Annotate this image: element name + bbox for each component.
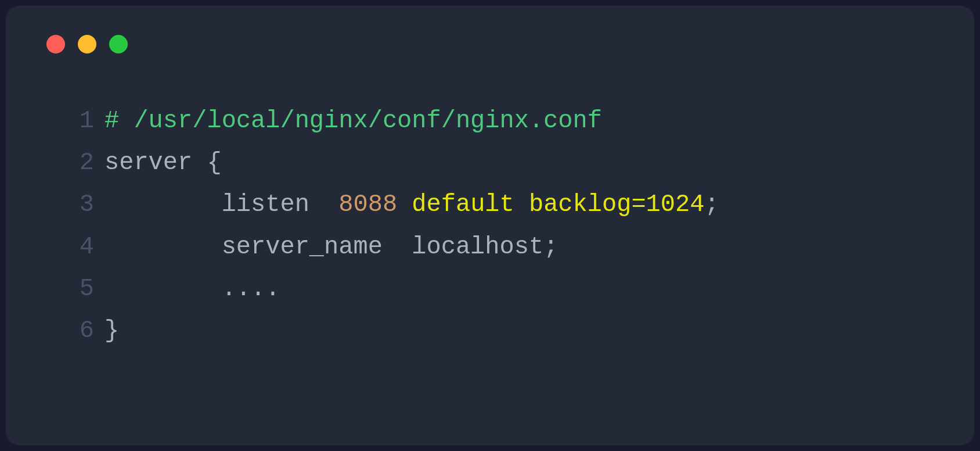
number-token: 8088	[338, 191, 397, 219]
code-content: listen 8088 default backlog=1024;	[94, 184, 719, 226]
maximize-icon[interactable]	[109, 35, 128, 53]
comment-token: # /usr/local/nginx/conf/nginx.conf	[105, 107, 602, 135]
code-line: 4 server_name localhost;	[64, 226, 939, 268]
line-number: 2	[64, 142, 94, 184]
punctuation-token: ;	[704, 191, 719, 219]
indent-token	[105, 275, 222, 303]
code-content: server_name localhost;	[94, 226, 558, 268]
code-line: 1 # /usr/local/nginx/conf/nginx.conf	[64, 100, 939, 142]
code-content: # /usr/local/nginx/conf/nginx.conf	[94, 100, 602, 142]
code-line: 2 server {	[64, 142, 939, 184]
keyword-token: default backlog=1024	[412, 191, 704, 219]
close-icon[interactable]	[46, 35, 65, 53]
code-line: 3 listen 8088 default backlog=1024;	[64, 184, 939, 226]
line-number: 5	[64, 268, 94, 310]
line-number: 3	[64, 184, 94, 226]
line-number: 6	[64, 310, 94, 352]
text-token: server_name localhost;	[222, 233, 559, 261]
text-token: ....	[222, 275, 280, 303]
text-token: }	[105, 317, 119, 345]
line-number: 1	[64, 100, 94, 142]
minimize-icon[interactable]	[78, 35, 96, 53]
line-number: 4	[64, 226, 94, 268]
titlebar	[41, 35, 939, 53]
indent-token	[105, 233, 222, 261]
code-content: }	[94, 310, 119, 352]
space-token	[397, 191, 412, 219]
code-line: 6 }	[64, 310, 939, 352]
code-editor[interactable]: 1 # /usr/local/nginx/conf/nginx.conf 2 s…	[41, 100, 939, 352]
text-token: server {	[105, 149, 222, 177]
code-line: 5 ....	[64, 268, 939, 310]
code-window: 1 # /usr/local/nginx/conf/nginx.conf 2 s…	[6, 6, 974, 445]
indent-token	[105, 191, 222, 219]
directive-token: listen	[222, 191, 339, 219]
code-content: server {	[94, 142, 222, 184]
code-content: ....	[94, 268, 280, 310]
